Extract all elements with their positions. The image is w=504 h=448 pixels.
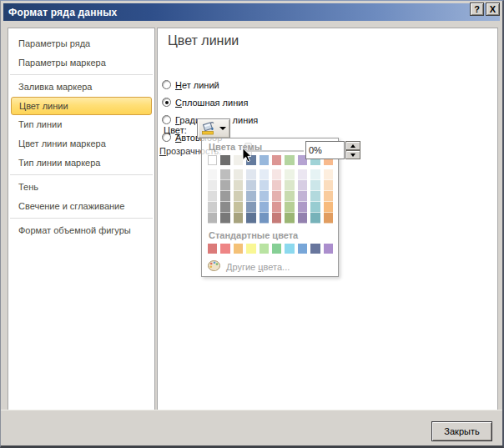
chevron-down-icon bbox=[219, 127, 226, 130]
color-swatch[interactable] bbox=[260, 169, 269, 180]
color-swatch[interactable] bbox=[234, 180, 243, 191]
sidebar-item-link[interactable]: Тень bbox=[8, 178, 154, 197]
color-swatch[interactable] bbox=[208, 180, 217, 191]
color-swatch[interactable] bbox=[246, 155, 255, 165]
close-button[interactable]: Закрыть bbox=[431, 421, 492, 441]
close-icon[interactable]: X bbox=[486, 3, 500, 16]
variant-row bbox=[208, 180, 333, 191]
color-swatch[interactable] bbox=[310, 180, 320, 191]
color-swatch[interactable] bbox=[234, 191, 243, 202]
color-swatch[interactable] bbox=[246, 244, 255, 254]
color-swatch[interactable] bbox=[220, 155, 229, 165]
radio-icon[interactable] bbox=[162, 115, 171, 124]
color-swatch[interactable] bbox=[208, 155, 217, 165]
color-swatch[interactable] bbox=[324, 244, 333, 254]
color-swatch[interactable] bbox=[272, 202, 281, 213]
sidebar-item-link[interactable]: Заливка маркера bbox=[8, 78, 154, 97]
color-label: Цвет: bbox=[164, 125, 187, 135]
color-swatch[interactable] bbox=[298, 191, 307, 202]
color-swatch[interactable] bbox=[220, 202, 229, 213]
radio-option[interactable]: Нет линий bbox=[162, 76, 258, 93]
color-swatch[interactable] bbox=[246, 191, 255, 202]
sidebar-item-link[interactable]: Параметры ряда bbox=[8, 34, 154, 53]
sidebar-item-link[interactable]: Свечение и сглаживание bbox=[8, 197, 154, 216]
color-swatch[interactable] bbox=[324, 180, 333, 191]
color-swatch[interactable] bbox=[246, 213, 255, 224]
color-swatch[interactable] bbox=[310, 213, 320, 224]
color-swatch[interactable] bbox=[272, 169, 281, 180]
color-swatch[interactable] bbox=[324, 191, 333, 202]
color-swatch[interactable] bbox=[246, 202, 255, 213]
color-swatch[interactable] bbox=[208, 213, 217, 224]
color-swatch[interactable] bbox=[285, 169, 294, 180]
color-swatch[interactable] bbox=[260, 155, 269, 165]
color-swatch[interactable] bbox=[246, 169, 255, 180]
radio-icon[interactable] bbox=[162, 80, 171, 89]
color-swatch[interactable] bbox=[208, 169, 217, 180]
color-swatch[interactable] bbox=[208, 244, 217, 254]
color-swatch[interactable] bbox=[298, 169, 307, 180]
color-swatch[interactable] bbox=[285, 202, 294, 213]
color-swatch[interactable] bbox=[285, 244, 294, 254]
color-swatch[interactable] bbox=[298, 244, 307, 254]
color-swatch[interactable] bbox=[298, 202, 307, 213]
color-swatch[interactable] bbox=[220, 191, 229, 202]
sidebar-item-link[interactable]: Тип линии маркера bbox=[8, 154, 154, 173]
spinner-down-button[interactable] bbox=[345, 150, 360, 159]
color-swatch[interactable] bbox=[285, 180, 294, 191]
color-swatch[interactable] bbox=[310, 202, 320, 213]
color-swatch[interactable] bbox=[310, 244, 320, 254]
sidebar-list: Параметры рядаПараметры маркераЗаливка м… bbox=[8, 34, 154, 240]
variant-row bbox=[208, 213, 333, 224]
color-swatch[interactable] bbox=[208, 202, 217, 213]
color-swatch[interactable] bbox=[246, 180, 255, 191]
color-swatch[interactable] bbox=[298, 213, 307, 224]
color-swatch[interactable] bbox=[208, 191, 217, 202]
sidebar-item-link[interactable]: Цвет линии маркера bbox=[8, 134, 154, 154]
color-swatch[interactable] bbox=[220, 213, 229, 224]
color-swatch[interactable] bbox=[324, 202, 333, 213]
transparency-value-field[interactable]: 0% bbox=[305, 141, 345, 159]
more-colors-item[interactable]: Другие цвета... bbox=[208, 260, 333, 273]
standard-colors-row bbox=[208, 244, 333, 254]
spinner-up-button[interactable] bbox=[345, 141, 360, 150]
color-swatch[interactable] bbox=[324, 213, 333, 224]
color-swatch[interactable] bbox=[310, 191, 320, 202]
color-swatch[interactable] bbox=[234, 169, 243, 180]
color-swatch[interactable] bbox=[260, 244, 269, 254]
color-swatch[interactable] bbox=[260, 191, 269, 202]
color-swatch[interactable] bbox=[272, 244, 281, 254]
color-swatch[interactable] bbox=[285, 213, 294, 224]
color-swatch[interactable] bbox=[234, 202, 243, 213]
color-swatch[interactable] bbox=[272, 191, 281, 202]
color-swatch[interactable] bbox=[285, 191, 294, 202]
sidebar-item-link[interactable]: Параметры маркера bbox=[8, 53, 154, 73]
sidebar-item-selected[interactable]: Цвет линии bbox=[11, 97, 152, 115]
dialog-footer: Закрыть bbox=[1, 410, 502, 445]
color-swatch[interactable] bbox=[310, 169, 320, 180]
color-swatch[interactable] bbox=[272, 213, 281, 224]
color-swatch[interactable] bbox=[234, 213, 243, 224]
variant-row bbox=[208, 202, 333, 213]
color-swatch[interactable] bbox=[220, 244, 229, 254]
title-bar[interactable]: Формат ряда данных bbox=[3, 3, 500, 21]
radio-option[interactable]: Сплошная линия bbox=[162, 93, 258, 111]
color-swatch[interactable] bbox=[234, 155, 243, 165]
color-swatch[interactable] bbox=[272, 180, 281, 191]
color-swatch[interactable] bbox=[272, 155, 281, 165]
radio-icon[interactable] bbox=[162, 98, 171, 107]
color-swatch[interactable] bbox=[260, 213, 269, 224]
color-swatch[interactable] bbox=[260, 202, 269, 213]
sidebar-item-link[interactable]: Тип линии bbox=[8, 115, 154, 134]
color-swatch[interactable] bbox=[324, 169, 333, 180]
help-button[interactable]: ? bbox=[470, 3, 484, 16]
color-swatch[interactable] bbox=[234, 244, 243, 254]
color-swatch[interactable] bbox=[298, 180, 307, 191]
color-swatch[interactable] bbox=[260, 180, 269, 191]
format-data-series-dialog: Формат ряда данных ? X Параметры рядаПар… bbox=[0, 0, 504, 448]
color-swatch[interactable] bbox=[220, 169, 229, 180]
color-dropdown-button[interactable] bbox=[197, 118, 230, 138]
sidebar-item-link[interactable]: Формат объемной фигуры bbox=[8, 221, 154, 240]
color-swatch[interactable] bbox=[285, 155, 294, 165]
color-swatch[interactable] bbox=[220, 180, 229, 191]
